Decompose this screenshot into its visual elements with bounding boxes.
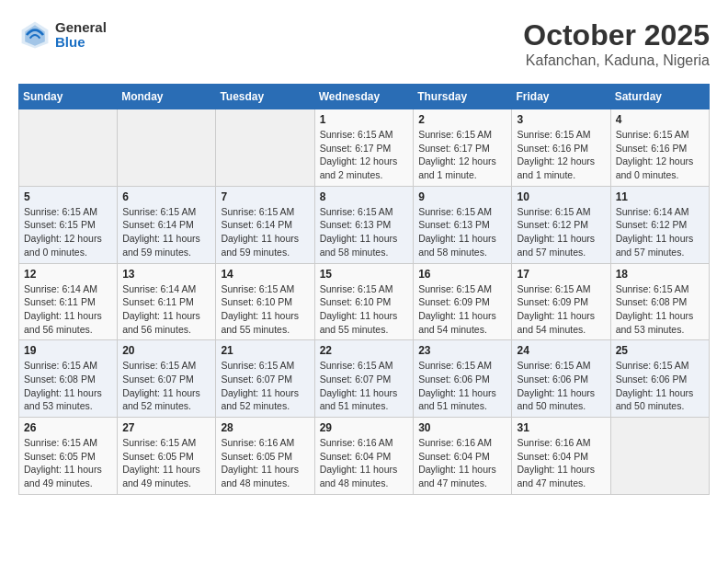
day-number: 29: [320, 421, 409, 434]
day-info: Sunrise: 6:15 AM Sunset: 6:10 PM Dayligh…: [221, 282, 309, 337]
calendar-cell: 14Sunrise: 6:15 AM Sunset: 6:10 PM Dayli…: [216, 263, 314, 340]
day-info: Sunrise: 6:15 AM Sunset: 6:06 PM Dayligh…: [616, 359, 704, 413]
day-number: 26: [24, 421, 112, 434]
day-info: Sunrise: 6:15 AM Sunset: 6:17 PM Dayligh…: [418, 128, 506, 182]
calendar-cell: 29Sunrise: 6:16 AM Sunset: 6:04 PM Dayli…: [314, 418, 414, 495]
day-number: 21: [221, 344, 309, 357]
day-info: Sunrise: 6:15 AM Sunset: 6:06 PM Dayligh…: [517, 359, 605, 413]
weekday-header: Friday: [512, 85, 610, 109]
day-info: Sunrise: 6:15 AM Sunset: 6:10 PM Dayligh…: [320, 282, 409, 337]
day-number: 6: [122, 190, 210, 203]
calendar-week-row: 1Sunrise: 6:15 AM Sunset: 6:17 PM Daylig…: [19, 109, 710, 187]
calendar-cell: 5Sunrise: 6:15 AM Sunset: 6:15 PM Daylig…: [19, 186, 118, 263]
calendar-cell: 12Sunrise: 6:14 AM Sunset: 6:11 PM Dayli…: [19, 263, 118, 340]
day-number: 20: [122, 344, 210, 357]
calendar-cell: 2Sunrise: 6:15 AM Sunset: 6:17 PM Daylig…: [414, 109, 512, 187]
day-number: 3: [517, 113, 605, 126]
calendar-cell: 15Sunrise: 6:15 AM Sunset: 6:10 PM Dayli…: [314, 263, 414, 340]
logo-text: General Blue: [55, 20, 107, 51]
weekday-header: Sunday: [19, 85, 118, 109]
day-number: 27: [122, 421, 210, 434]
day-number: 8: [320, 190, 409, 203]
day-info: Sunrise: 6:15 AM Sunset: 6:05 PM Dayligh…: [122, 436, 210, 490]
day-info: Sunrise: 6:14 AM Sunset: 6:11 PM Dayligh…: [24, 282, 112, 337]
day-info: Sunrise: 6:16 AM Sunset: 6:05 PM Dayligh…: [221, 436, 309, 490]
calendar-cell: 30Sunrise: 6:16 AM Sunset: 6:04 PM Dayli…: [414, 418, 512, 495]
logo-icon: [18, 18, 51, 52]
title-block: October 2025 Kafanchan, Kaduna, Nigeria: [523, 18, 710, 69]
calendar-title: October 2025: [523, 18, 710, 52]
day-info: Sunrise: 6:15 AM Sunset: 6:08 PM Dayligh…: [24, 359, 112, 413]
calendar-table: SundayMondayTuesdayWednesdayThursdayFrid…: [18, 84, 710, 495]
calendar-cell: 10Sunrise: 6:15 AM Sunset: 6:12 PM Dayli…: [512, 186, 610, 263]
day-number: 16: [418, 268, 506, 281]
calendar-subtitle: Kafanchan, Kaduna, Nigeria: [523, 52, 710, 69]
logo: General Blue: [18, 18, 107, 52]
calendar-cell: 20Sunrise: 6:15 AM Sunset: 6:07 PM Dayli…: [118, 340, 216, 418]
calendar-cell: 26Sunrise: 6:15 AM Sunset: 6:05 PM Dayli…: [19, 418, 118, 495]
day-number: 19: [24, 344, 112, 357]
day-number: 1: [320, 113, 409, 126]
day-info: Sunrise: 6:15 AM Sunset: 6:17 PM Dayligh…: [320, 128, 409, 182]
calendar-cell: 27Sunrise: 6:15 AM Sunset: 6:05 PM Dayli…: [118, 418, 216, 495]
day-number: 23: [418, 344, 506, 357]
day-number: 7: [221, 190, 309, 203]
calendar-cell: 1Sunrise: 6:15 AM Sunset: 6:17 PM Daylig…: [314, 109, 414, 187]
day-number: 4: [616, 113, 704, 126]
calendar-cell: 7Sunrise: 6:15 AM Sunset: 6:14 PM Daylig…: [216, 186, 314, 263]
calendar-cell: [19, 109, 118, 187]
day-number: 18: [616, 268, 704, 281]
calendar-cell: 4Sunrise: 6:15 AM Sunset: 6:16 PM Daylig…: [610, 109, 709, 187]
calendar-cell: 23Sunrise: 6:15 AM Sunset: 6:06 PM Dayli…: [414, 340, 512, 418]
calendar-cell: 21Sunrise: 6:15 AM Sunset: 6:07 PM Dayli…: [216, 340, 314, 418]
calendar-cell: 11Sunrise: 6:14 AM Sunset: 6:12 PM Dayli…: [610, 186, 709, 263]
weekday-header: Monday: [118, 85, 216, 109]
day-info: Sunrise: 6:15 AM Sunset: 6:12 PM Dayligh…: [517, 205, 605, 259]
day-info: Sunrise: 6:15 AM Sunset: 6:07 PM Dayligh…: [320, 359, 409, 413]
day-info: Sunrise: 6:15 AM Sunset: 6:14 PM Dayligh…: [122, 205, 210, 259]
calendar-week-row: 19Sunrise: 6:15 AM Sunset: 6:08 PM Dayli…: [19, 340, 710, 418]
day-info: Sunrise: 6:15 AM Sunset: 6:13 PM Dayligh…: [418, 205, 506, 259]
weekday-header: Thursday: [414, 85, 512, 109]
day-info: Sunrise: 6:15 AM Sunset: 6:13 PM Dayligh…: [320, 205, 409, 259]
day-number: 5: [24, 190, 112, 203]
day-number: 22: [320, 344, 409, 357]
calendar-cell: 9Sunrise: 6:15 AM Sunset: 6:13 PM Daylig…: [414, 186, 512, 263]
calendar-cell: [118, 109, 216, 187]
day-number: 2: [418, 113, 506, 126]
calendar-cell: 18Sunrise: 6:15 AM Sunset: 6:08 PM Dayli…: [610, 263, 709, 340]
calendar-cell: 25Sunrise: 6:15 AM Sunset: 6:06 PM Dayli…: [610, 340, 709, 418]
day-number: 11: [616, 190, 704, 203]
day-info: Sunrise: 6:15 AM Sunset: 6:14 PM Dayligh…: [221, 205, 309, 259]
logo-general: General: [55, 20, 107, 36]
day-number: 13: [122, 268, 210, 281]
day-number: 9: [418, 190, 506, 203]
day-number: 30: [418, 421, 506, 434]
calendar-week-row: 26Sunrise: 6:15 AM Sunset: 6:05 PM Dayli…: [19, 418, 710, 495]
day-number: 17: [517, 268, 605, 281]
day-info: Sunrise: 6:16 AM Sunset: 6:04 PM Dayligh…: [517, 436, 605, 490]
day-info: Sunrise: 6:15 AM Sunset: 6:05 PM Dayligh…: [24, 436, 112, 490]
logo-blue: Blue: [55, 35, 107, 51]
day-info: Sunrise: 6:15 AM Sunset: 6:08 PM Dayligh…: [616, 282, 704, 337]
day-info: Sunrise: 6:15 AM Sunset: 6:16 PM Dayligh…: [616, 128, 704, 182]
calendar-cell: 13Sunrise: 6:14 AM Sunset: 6:11 PM Dayli…: [118, 263, 216, 340]
day-info: Sunrise: 6:14 AM Sunset: 6:11 PM Dayligh…: [122, 282, 210, 337]
weekday-header: Wednesday: [314, 85, 414, 109]
day-info: Sunrise: 6:15 AM Sunset: 6:15 PM Dayligh…: [24, 205, 112, 259]
day-number: 25: [616, 344, 704, 357]
calendar-cell: [216, 109, 314, 187]
day-info: Sunrise: 6:15 AM Sunset: 6:07 PM Dayligh…: [221, 359, 309, 413]
calendar-week-row: 5Sunrise: 6:15 AM Sunset: 6:15 PM Daylig…: [19, 186, 710, 263]
calendar-cell: 8Sunrise: 6:15 AM Sunset: 6:13 PM Daylig…: [314, 186, 414, 263]
day-info: Sunrise: 6:14 AM Sunset: 6:12 PM Dayligh…: [616, 205, 704, 259]
calendar-cell: 19Sunrise: 6:15 AM Sunset: 6:08 PM Dayli…: [19, 340, 118, 418]
calendar-cell: 6Sunrise: 6:15 AM Sunset: 6:14 PM Daylig…: [118, 186, 216, 263]
calendar-week-row: 12Sunrise: 6:14 AM Sunset: 6:11 PM Dayli…: [19, 263, 710, 340]
day-number: 31: [517, 421, 605, 434]
page-header: General Blue October 2025 Kafanchan, Kad…: [18, 18, 710, 69]
day-number: 15: [320, 268, 409, 281]
calendar-cell: 3Sunrise: 6:15 AM Sunset: 6:16 PM Daylig…: [512, 109, 610, 187]
day-number: 12: [24, 268, 112, 281]
day-info: Sunrise: 6:15 AM Sunset: 6:09 PM Dayligh…: [418, 282, 506, 337]
